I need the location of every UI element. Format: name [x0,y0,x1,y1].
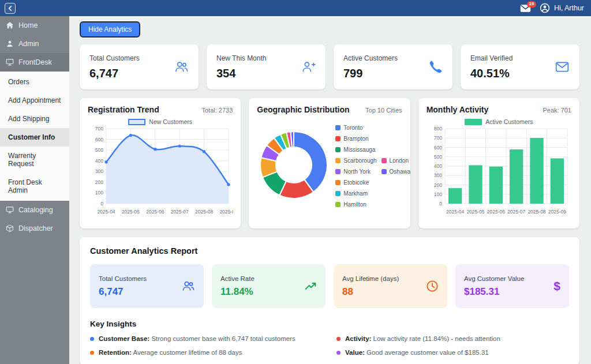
mini-value: $185.31 [464,286,524,298]
stat-card-total-customers: Total Customers 6,747 [80,44,199,89]
mini-value: 6,747 [99,286,147,298]
people-icon [181,279,195,293]
customer-analytics-report: Customer Analytics Report Total Customer… [80,237,579,364]
sidebar-item-front-desk-admin[interactable]: Front Desk Admin [0,173,69,200]
geographic-distribution-plot [257,128,331,204]
stat-label: Total Customers [89,54,140,62]
svg-text:2025-04: 2025-04 [446,209,464,215]
legend-item: Etobicoke [335,177,376,188]
report-card-avg-customer-value: Avg Customer Value $185.31 $ [455,264,569,308]
svg-text:300: 300 [433,172,442,178]
sidebar-item-customer-info[interactable]: Customer Info [0,128,69,147]
back-button[interactable] [5,3,16,14]
svg-text:500: 500 [95,147,103,153]
mini-label: Active Rate [220,275,255,282]
main-content: Hide Analytics Total Customers 6,747 New… [69,16,591,364]
legend-item: London [381,155,410,166]
svg-text:2025-05: 2025-05 [122,209,140,215]
svg-text:700: 700 [95,126,103,132]
monthly-activity-plot: 01002003004005006007008002025-042025-052… [427,125,571,220]
report-card-active-rate: Active Rate 11.84% [212,264,326,308]
mini-label: Avg Lifetime (days) [342,275,399,282]
mail-button[interactable]: 19 [520,4,531,13]
topbar-right: 19 Hi, Arthur [520,3,584,13]
chart-subtitle: Total: 2733 [202,107,233,114]
sidebar-item-admin[interactable]: Admin [0,35,69,53]
stat-label: New This Month [216,54,266,62]
user-menu[interactable]: Hi, Arthur [540,3,584,13]
mini-label: Avg Customer Value [464,275,524,282]
svg-text:800: 800 [433,126,442,132]
sidebar-item-warrenty-request[interactable]: Warrenty Request [0,147,69,173]
envelope-icon [555,59,570,74]
svg-text:2025-05: 2025-05 [466,209,484,215]
legend-item: Mississauga [335,144,376,155]
legend-swatch [128,119,145,125]
stat-value: 6,747 [89,67,140,80]
sidebar-item-label: FrontDesk [18,58,52,66]
legend-swatch [335,147,341,152]
frontdesk-submenu: Orders Add Appointment Add Shipping Cust… [0,72,69,201]
sidebar-item-label: Dispatcher [18,224,53,232]
sidebar-item-cataloging[interactable]: Cataloging [0,201,69,219]
sidebar-item-add-appointment[interactable]: Add Appointment [0,91,69,110]
sidebar-item-label: Home [18,21,38,29]
chart-svg [257,128,331,202]
legend-item: Hamilton [335,199,376,210]
chevron-left-icon [8,6,13,11]
sidebar-item-home[interactable]: Home [0,16,69,35]
report-card-avg-lifetime: Avg Lifetime (days) 88 [334,264,447,308]
sidebar-item-orders[interactable]: Orders [0,73,69,91]
greeting-text: Hi, Arthur [554,4,584,12]
svg-text:600: 600 [433,145,442,151]
stat-value: 799 [343,67,398,80]
bullet-icon [336,351,341,355]
sidebar-item-label: Cataloging [18,206,53,214]
trend-up-icon [304,280,317,292]
legend-item: Markham [335,188,376,199]
people-icon [174,59,189,74]
bullet-icon [90,337,94,341]
charts-row: Registration Trend Total: 2733 New Custo… [80,98,579,228]
person-icon [6,40,14,48]
home-icon [6,21,14,29]
chart-subtitle: Peak: 701 [543,107,571,114]
svg-text:2025-08: 2025-08 [528,209,545,215]
phone-icon [429,60,443,74]
sidebar-item-label: Admin [18,40,39,48]
registration-trend-plot: 01002003004005006007002025-042025-052025… [88,125,233,220]
svg-text:2025-07: 2025-07 [171,209,189,215]
legend-swatch [335,158,341,163]
registration-trend-card: Registration Trend Total: 2733 New Custo… [80,98,241,228]
mail-badge: 19 [527,1,536,7]
sidebar: Home Admin FrontDesk Orders Add Appointm… [0,16,69,364]
line-legend: New Customers [88,118,233,125]
report-card-total-customers: Total Customers 6,747 [90,264,204,308]
svg-text:2025-06: 2025-06 [487,209,504,215]
sidebar-item-add-shipping[interactable]: Add Shipping [0,110,69,128]
svg-text:500: 500 [433,154,442,160]
sidebar-item-dispatcher[interactable]: Dispatcher [0,219,69,238]
svg-text:2025-06: 2025-06 [146,209,164,215]
bullet-icon [90,351,94,355]
chart-title: Monthly Activity [427,105,489,114]
hide-analytics-button[interactable]: Hide Analytics [80,21,140,37]
legend-swatch [381,158,387,163]
svg-text:400: 400 [433,163,442,169]
chart-svg: 01002003004005006007008002025-042025-052… [427,125,572,217]
mini-value: 11.84% [220,286,255,298]
legend-swatch [335,202,341,207]
legend-item: Toronto [335,122,376,133]
svg-text:100: 100 [95,190,103,196]
pie-legend: TorontoBramptonMississaugaScarboroughNor… [335,122,410,210]
clock-icon [426,280,439,292]
legend-label: New Customers [149,118,192,125]
legend-swatch [335,169,341,174]
package-icon [6,224,14,232]
bar-legend: Active Customers [427,118,571,125]
legend-item: Oshawa [381,166,410,177]
svg-text:700: 700 [433,135,442,141]
stat-card-email-verified: Email Verified 40.51% [461,44,579,89]
svg-text:200: 200 [95,179,103,185]
sidebar-item-frontdesk[interactable]: FrontDesk [0,53,69,72]
